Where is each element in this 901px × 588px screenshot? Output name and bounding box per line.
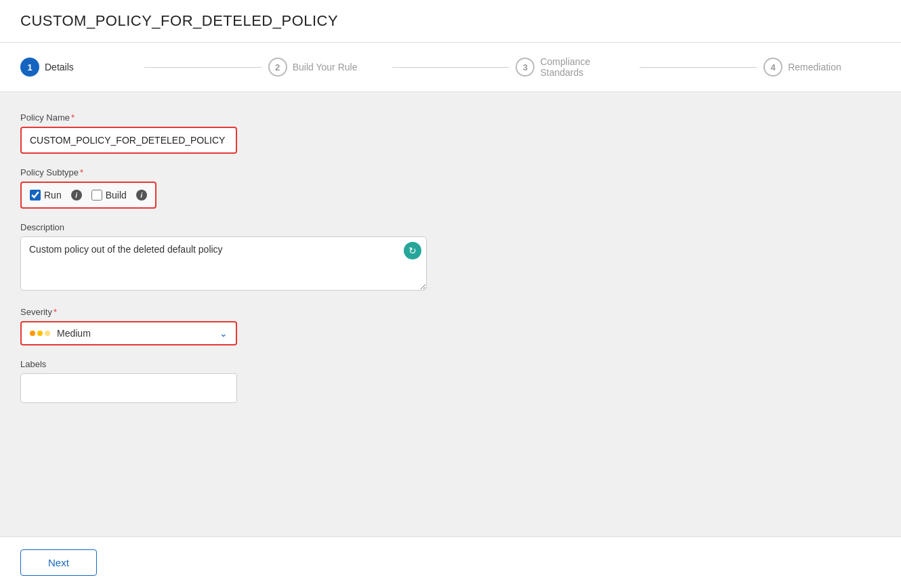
build-info-icon[interactable]: i (136, 190, 147, 201)
policy-subtype-group: Policy Subtype* Run i Build i (20, 167, 454, 209)
step-4[interactable]: 4 Remediation (763, 58, 881, 77)
description-group: Description Custom policy out of the del… (20, 222, 454, 293)
form-content: Policy Name* Policy Subtype* Run i Build… (0, 92, 474, 437)
step-3-circle: 3 (516, 58, 535, 77)
step-line-3 (640, 67, 757, 68)
build-checkbox[interactable] (91, 190, 102, 201)
labels-input[interactable] (20, 373, 237, 403)
step-1-circle: 1 (20, 58, 39, 77)
stepper: 1 Details 2 Build Your Rule 3 Compliance… (0, 43, 901, 92)
severity-field-box: Medium Low High Critical ⌄ (20, 321, 237, 345)
run-checkbox-label[interactable]: Run (30, 190, 62, 201)
refresh-button[interactable]: ↻ (404, 242, 421, 259)
step-4-label: Remediation (788, 62, 841, 72)
run-checkbox[interactable] (30, 190, 41, 201)
labels-group: Labels (20, 359, 454, 403)
step-3[interactable]: 3 Compliance Standards (516, 56, 633, 78)
dot-2 (37, 331, 43, 336)
next-button[interactable]: Next (20, 549, 97, 576)
policy-name-group: Policy Name* (20, 112, 454, 154)
policy-name-field-box (20, 127, 237, 154)
footer: Next (0, 537, 901, 588)
policy-name-label: Policy Name* (20, 112, 454, 123)
dot-3 (45, 331, 50, 336)
page-title: CUSTOM_POLICY_FOR_DETELED_POLICY (20, 12, 881, 30)
chevron-down-icon: ⌄ (219, 328, 228, 339)
required-star-subtype: * (80, 167, 83, 177)
step-line-2 (392, 67, 509, 68)
run-info-icon[interactable]: i (71, 190, 82, 201)
step-4-circle: 4 (763, 58, 782, 77)
step-line-1 (144, 67, 261, 68)
labels-label: Labels (20, 359, 454, 369)
policy-name-input[interactable] (22, 128, 236, 152)
build-checkbox-label[interactable]: Build (91, 190, 127, 201)
severity-select-wrapper[interactable]: Medium Low High Critical ⌄ (22, 322, 236, 344)
step-2-circle: 2 (268, 58, 287, 77)
dot-1 (30, 331, 35, 336)
required-star-severity: * (54, 307, 57, 317)
page-header: CUSTOM_POLICY_FOR_DETELED_POLICY (0, 0, 901, 43)
severity-dots (30, 331, 50, 336)
step-2[interactable]: 2 Build Your Rule (268, 58, 385, 77)
description-textarea[interactable]: Custom policy out of the deleted default… (20, 236, 427, 291)
step-1[interactable]: 1 Details (20, 58, 138, 77)
severity-select[interactable]: Medium Low High Critical (57, 328, 213, 339)
required-star-name: * (71, 112, 75, 123)
build-label: Build (106, 190, 127, 201)
run-label: Run (44, 190, 62, 201)
description-wrapper: Custom policy out of the deleted default… (20, 236, 427, 293)
policy-subtype-box: Run i Build i (20, 182, 156, 209)
severity-label: Severity* (20, 307, 454, 317)
step-3-label: Compliance Standards (540, 56, 633, 78)
severity-group: Severity* Medium Low High Critical ⌄ (20, 307, 454, 345)
step-2-label: Build Your Rule (293, 62, 358, 72)
step-1-label: Details (45, 62, 74, 72)
description-label: Description (20, 222, 454, 232)
policy-subtype-label: Policy Subtype* (20, 167, 454, 177)
